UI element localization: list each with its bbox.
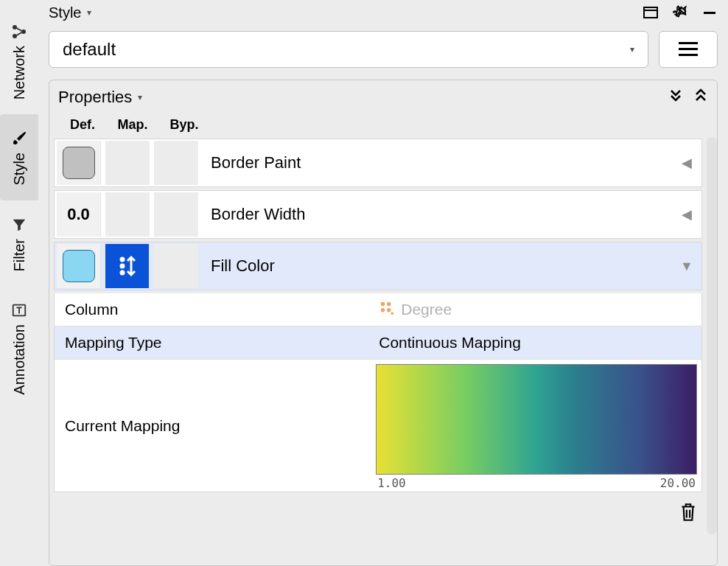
mapping-type-row[interactable]: Mapping Type Continuous Mapping bbox=[55, 326, 701, 359]
current-mapping-row[interactable]: Current Mapping 1.00 20.00 bbox=[55, 359, 701, 492]
col-map-header: Map. bbox=[107, 117, 158, 133]
property-label: Border Width bbox=[200, 205, 672, 224]
svg-point-16 bbox=[381, 308, 385, 312]
gradient-max: 20.00 bbox=[660, 476, 696, 490]
panel-title-menu[interactable]: Style ▾ bbox=[49, 4, 91, 21]
pin-icon[interactable] bbox=[672, 4, 688, 21]
collapse-arrow-icon[interactable]: ▼ bbox=[672, 259, 701, 274]
expand-all-icon[interactable] bbox=[668, 88, 683, 107]
mapping-swatch[interactable] bbox=[105, 192, 150, 237]
funnel-icon bbox=[10, 215, 29, 234]
mapping-continuous-icon bbox=[116, 254, 139, 279]
mapping-swatch[interactable] bbox=[105, 141, 150, 185]
tab-style[interactable]: Style bbox=[0, 114, 38, 200]
mapping-type-label: Mapping Type bbox=[55, 326, 371, 359]
delete-mapping-button[interactable] bbox=[679, 501, 698, 527]
caret-down-icon: ▾ bbox=[138, 92, 142, 102]
properties-menu[interactable]: Properties ▾ bbox=[58, 88, 142, 107]
numeric-column-icon bbox=[379, 300, 395, 320]
left-tab-rail: Network Style Filter Annotation bbox=[0, 0, 38, 566]
style-options-button[interactable] bbox=[659, 31, 718, 68]
property-row-fill-color[interactable]: Fill Color ▼ bbox=[54, 242, 702, 290]
hamburger-icon bbox=[679, 42, 698, 57]
panel-title-text: Style bbox=[49, 4, 81, 21]
gradient-min: 1.00 bbox=[377, 476, 406, 490]
expand-arrow-icon[interactable]: ◀ bbox=[672, 206, 701, 223]
properties-title: Properties bbox=[58, 88, 132, 107]
property-row-border-width[interactable]: 0.0 Border Width ◀ bbox=[54, 190, 702, 239]
tab-filter[interactable]: Filter bbox=[0, 200, 38, 286]
tab-annotation[interactable]: Annotation bbox=[0, 286, 38, 410]
tab-annotation-label: Annotation bbox=[11, 324, 28, 395]
float-window-icon[interactable] bbox=[643, 4, 659, 21]
collapse-all-icon[interactable] bbox=[693, 88, 708, 107]
caret-down-icon: ▾ bbox=[87, 7, 91, 18]
panel-topbar: Style ▾ bbox=[38, 0, 728, 25]
svg-point-12 bbox=[121, 271, 124, 274]
svg-point-1 bbox=[13, 34, 17, 38]
mapping-type-value[interactable]: Continuous Mapping bbox=[371, 326, 701, 359]
property-row-border-paint[interactable]: Border Paint ◀ bbox=[54, 139, 702, 187]
text-box-icon bbox=[10, 301, 29, 320]
svg-point-2 bbox=[21, 29, 26, 34]
mapping-column-label: Column bbox=[55, 293, 371, 326]
tab-network-label: Network bbox=[11, 46, 28, 99]
gradient-axis: 1.00 20.00 bbox=[376, 475, 697, 490]
svg-point-18 bbox=[391, 312, 394, 315]
style-name-value: default bbox=[63, 39, 116, 60]
svg-point-11 bbox=[121, 265, 124, 268]
property-label: Fill Color bbox=[200, 256, 672, 276]
tab-network[interactable]: Network bbox=[0, 7, 38, 114]
default-swatch[interactable]: 0.0 bbox=[57, 192, 101, 237]
expand-arrow-icon[interactable]: ◀ bbox=[672, 155, 701, 171]
gradient-editor[interactable] bbox=[376, 364, 697, 475]
col-byp-header: Byp. bbox=[158, 117, 210, 133]
svg-rect-7 bbox=[679, 42, 698, 44]
trash-icon bbox=[679, 501, 698, 523]
bypass-swatch[interactable] bbox=[154, 192, 198, 237]
mapping-detail-table: Column Degree Mapping Type Continuous Ma… bbox=[54, 293, 702, 492]
brush-icon bbox=[10, 129, 29, 148]
svg-rect-6 bbox=[704, 12, 715, 14]
svg-point-17 bbox=[387, 308, 391, 312]
svg-point-0 bbox=[13, 25, 17, 29]
bypass-swatch[interactable] bbox=[154, 141, 198, 185]
svg-rect-9 bbox=[679, 54, 698, 56]
svg-point-14 bbox=[381, 301, 385, 306]
mapping-swatch[interactable] bbox=[105, 244, 150, 288]
property-label: Border Paint bbox=[200, 153, 672, 172]
mapping-column-row[interactable]: Column Degree bbox=[55, 293, 701, 326]
svg-rect-8 bbox=[679, 48, 698, 50]
vertical-scrollbar[interactable] bbox=[707, 137, 717, 534]
tab-style-label: Style bbox=[11, 153, 28, 185]
mapping-column-value[interactable]: Degree bbox=[371, 293, 701, 326]
default-swatch[interactable] bbox=[57, 141, 101, 185]
style-name-select[interactable]: default ▾ bbox=[49, 31, 648, 68]
svg-point-10 bbox=[121, 258, 124, 261]
svg-rect-4 bbox=[644, 7, 657, 18]
column-headers: Def. Map. Byp. bbox=[49, 114, 717, 137]
minimize-icon[interactable] bbox=[701, 4, 718, 21]
caret-down-icon: ▾ bbox=[630, 44, 634, 55]
bypass-swatch[interactable] bbox=[154, 244, 198, 288]
share-nodes-icon bbox=[10, 22, 29, 41]
current-mapping-label: Current Mapping bbox=[55, 360, 371, 492]
default-swatch[interactable] bbox=[57, 244, 101, 288]
col-def-header: Def. bbox=[58, 117, 107, 133]
tab-filter-label: Filter bbox=[11, 239, 28, 271]
svg-point-15 bbox=[387, 301, 391, 306]
